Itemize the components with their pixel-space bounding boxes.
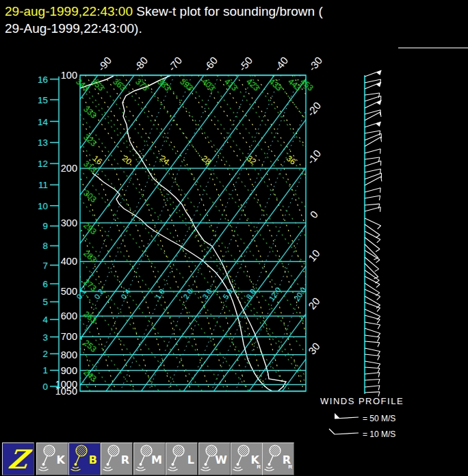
dry-adiabat-label: 453 bbox=[298, 77, 315, 93]
wind-barb bbox=[365, 131, 380, 133]
moist-adiabat bbox=[48, 75, 192, 391]
wind-barb bbox=[365, 367, 380, 369]
isotherm-top-label: -30 bbox=[306, 55, 324, 74]
toolbar-button-k-r[interactable]: KR bbox=[231, 442, 263, 475]
skewt-window: 29-aug-1999,22:43:00 Skew-t plot for sou… bbox=[0, 0, 468, 476]
wind-barb bbox=[365, 315, 380, 319]
toolbar-button-w[interactable]: W bbox=[198, 442, 231, 475]
wind-barb bbox=[365, 137, 380, 147]
isotherm-top-label: -70 bbox=[166, 55, 184, 74]
height-label: 12 bbox=[38, 159, 48, 169]
moist-adiabat bbox=[217, 75, 361, 391]
toolbar-button-letter: W bbox=[215, 453, 227, 466]
isotherm bbox=[213, 266, 306, 391]
plot-frame bbox=[80, 75, 306, 391]
dry-adiabat-label: 403 bbox=[200, 77, 217, 93]
isotherm-top-label: -90 bbox=[95, 55, 114, 74]
height-label: 13 bbox=[38, 137, 48, 148]
mixing-ratio-label: 0.4 bbox=[119, 287, 132, 300]
mixing-ratio-line bbox=[168, 75, 300, 391]
wind-barb-tick bbox=[378, 226, 381, 229]
wind-barb bbox=[365, 207, 380, 211]
title-description: Skew-t plot for sounding/brown ( bbox=[133, 4, 323, 18]
pressure-label: 400 bbox=[61, 256, 77, 267]
pressure-label: 300 bbox=[61, 217, 77, 228]
dry-adiabat bbox=[316, 75, 468, 391]
wind-barb-tick bbox=[379, 196, 380, 200]
wind-barb bbox=[365, 96, 381, 101]
wind-barb bbox=[365, 224, 380, 235]
pressure-label: 100 bbox=[61, 70, 77, 81]
height-label: 4 bbox=[42, 315, 48, 325]
toolbar-button-letter: R bbox=[121, 453, 129, 466]
wind-barb-tick bbox=[378, 343, 380, 347]
title-timestamp: 29-aug-1999,22:43:00 bbox=[5, 4, 133, 18]
dry-adiabat-label: 283 bbox=[81, 248, 99, 265]
dry-adiabat bbox=[80, 319, 135, 391]
pressure-label: 700 bbox=[61, 331, 77, 342]
toolbar-button-r-r[interactable]: RR bbox=[262, 442, 294, 475]
toolbar-button-z-logo[interactable]: Z bbox=[2, 442, 34, 475]
height-label: 2 bbox=[42, 349, 48, 359]
height-label: 3 bbox=[42, 332, 48, 343]
wind-barb bbox=[365, 231, 380, 239]
toolbar-button-subscript: R bbox=[288, 464, 292, 470]
wind-barb-tick bbox=[380, 188, 381, 193]
title-line2: 29-Aug-1999,22:43:00). bbox=[5, 21, 142, 36]
wind-barb-tick bbox=[378, 352, 380, 356]
toolbar-button-letter: L bbox=[187, 453, 194, 466]
toolbar: ZKBRMLWKRRR bbox=[0, 442, 468, 476]
pressure-label: 800 bbox=[61, 349, 77, 360]
toolbar-button-b[interactable]: B bbox=[68, 442, 101, 475]
wind-barb bbox=[365, 218, 381, 226]
isotherm bbox=[183, 225, 306, 391]
isotherm bbox=[76, 75, 309, 391]
toolbar-button-l[interactable]: L bbox=[166, 442, 198, 475]
wind-barb bbox=[365, 93, 380, 95]
toolbar-button-r[interactable]: R bbox=[101, 442, 133, 475]
toolbar-button-letter: M bbox=[151, 453, 162, 466]
legend-label: = 50 M/S bbox=[363, 414, 395, 423]
moist-adiabat bbox=[198, 75, 342, 391]
dry-adiabat-label: 303 bbox=[81, 188, 99, 204]
isotherm bbox=[249, 314, 306, 391]
dry-adiabat bbox=[80, 230, 203, 391]
isotherm-top-label: -60 bbox=[201, 55, 220, 74]
toolbar-button-m[interactable]: M bbox=[133, 442, 166, 475]
moist-adiabat-label: 20 bbox=[120, 153, 133, 166]
wind-barb bbox=[365, 188, 380, 192]
isotherm bbox=[0, 75, 134, 391]
moist-adiabat-label: 28 bbox=[200, 153, 213, 166]
wind-barb-tick bbox=[380, 207, 381, 212]
wind-barb-tick bbox=[380, 112, 381, 117]
dry-adiabat-label: 383 bbox=[155, 77, 172, 93]
height-label: 1 bbox=[42, 365, 48, 375]
skewt-plot: 1002003004005006007008009001000105001234… bbox=[0, 48, 468, 442]
isotherm-right-label: 10 bbox=[306, 248, 322, 264]
wind-barb bbox=[365, 204, 380, 205]
wind-barb bbox=[365, 392, 380, 393]
isotherm-right-label: 30 bbox=[306, 341, 322, 357]
pressure-label: 600 bbox=[61, 310, 77, 321]
height-label: 7 bbox=[42, 261, 48, 271]
moist-adiabat bbox=[86, 75, 229, 391]
height-label: 15 bbox=[38, 95, 48, 105]
toolbar-button-letter: K bbox=[57, 453, 65, 466]
wind-barb bbox=[365, 149, 380, 153]
height-label: 9 bbox=[42, 221, 48, 231]
wind-barb bbox=[365, 133, 381, 140]
wind-barb-tick bbox=[378, 373, 380, 378]
wind-barb bbox=[365, 289, 380, 297]
wind-barb-tick bbox=[377, 297, 380, 300]
mixing-ratio-label: 8.0 bbox=[244, 287, 257, 300]
wind-barb-tick bbox=[379, 131, 380, 135]
isotherm-top-label: -50 bbox=[236, 55, 255, 74]
height-label: 10 bbox=[38, 201, 48, 211]
dry-adiabat-label: 323 bbox=[81, 132, 99, 148]
dry-adiabat-label: 433 bbox=[267, 77, 284, 93]
wind-barb bbox=[365, 373, 380, 374]
isotherm-top-label: -40 bbox=[272, 55, 290, 74]
dry-adiabat-label: 243 bbox=[81, 367, 99, 384]
toolbar-button-k[interactable]: K bbox=[36, 442, 68, 475]
moist-adiabat bbox=[10, 75, 154, 391]
